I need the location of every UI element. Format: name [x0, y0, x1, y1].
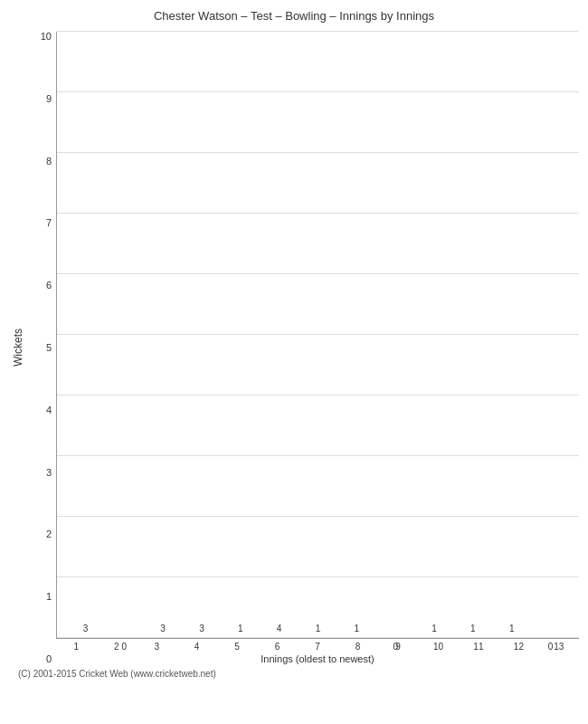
- y-tick: 7: [46, 218, 52, 228]
- x-axis: 12345678910111213: [56, 642, 579, 652]
- grid-line: [57, 213, 579, 214]
- y-tick: 1: [46, 592, 52, 602]
- bar-zero-label: 0: [121, 642, 127, 652]
- chart-container: Chester Watson – Test – Bowling – Inning…: [0, 0, 588, 724]
- x-tick: 8: [337, 642, 377, 652]
- plot-area: 3033141101110 12345678910111213 Innings …: [56, 32, 579, 664]
- y-tick: 3: [46, 468, 52, 478]
- y-tick: 6: [46, 281, 52, 291]
- x-tick: 12: [498, 642, 538, 652]
- x-tick: 7: [298, 642, 337, 652]
- grid-line: [57, 576, 579, 577]
- y-tick: 5: [46, 343, 52, 353]
- x-tick: 10: [418, 642, 458, 652]
- bar-value-label: 1: [509, 624, 515, 634]
- grid-line: [57, 516, 579, 517]
- bar-value-label: 1: [316, 624, 321, 634]
- y-tick: 4: [46, 405, 52, 415]
- bar-value-label: 1: [470, 624, 476, 634]
- bar-value-label: 3: [199, 624, 204, 634]
- copyright: (C) 2001-2015 Cricket Web (www.cricketwe…: [9, 669, 579, 679]
- bar-value-label: 3: [83, 624, 89, 634]
- bar-value-label: 1: [355, 624, 360, 634]
- x-tick: 11: [459, 642, 498, 652]
- chart-area: Wickets 109876543210 3033141101110 12345…: [9, 32, 579, 664]
- grid-line: [57, 31, 579, 32]
- x-tick: 6: [257, 642, 297, 652]
- bar-zero-label: 0: [393, 642, 398, 652]
- y-tick: 2: [46, 529, 52, 539]
- y-axis: 109876543210: [29, 32, 56, 664]
- x-tick: 13: [539, 642, 579, 652]
- x-tick: 5: [217, 642, 257, 652]
- bar-value-label: 1: [238, 624, 243, 634]
- bar-zero-label: 0: [548, 642, 554, 652]
- x-tick: 1: [56, 642, 96, 652]
- y-tick: 9: [46, 94, 52, 104]
- grid-line: [57, 91, 579, 92]
- grid-line: [57, 273, 579, 274]
- x-tick: 3: [137, 642, 176, 652]
- bar-value-label: 3: [160, 624, 166, 634]
- grid-line: [57, 395, 579, 395]
- grid-line: [57, 637, 579, 638]
- grid-and-bars: 3033141101110: [56, 32, 579, 639]
- bars-row: 3033141101110: [57, 32, 579, 638]
- y-axis-label: Wickets: [9, 32, 27, 664]
- bar-value-label: 4: [277, 624, 282, 634]
- bar-value-label: 1: [432, 624, 437, 634]
- x-axis-label: Innings (oldest to newest): [56, 653, 579, 664]
- grid-line: [57, 152, 579, 153]
- grid-line: [57, 334, 579, 335]
- x-tick: 4: [176, 642, 216, 652]
- y-tick: 0: [46, 654, 52, 664]
- grid-line: [57, 455, 579, 456]
- chart-title: Chester Watson – Test – Bowling – Inning…: [154, 9, 434, 23]
- y-tick: 8: [46, 157, 52, 167]
- y-tick: 10: [41, 32, 52, 42]
- x-tick: 2: [96, 642, 136, 652]
